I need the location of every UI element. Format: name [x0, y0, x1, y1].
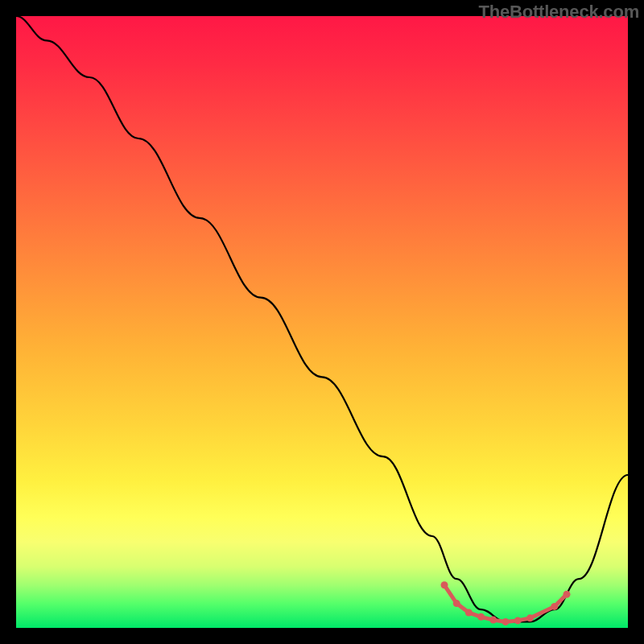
- optimal-marker-dot: [489, 617, 497, 624]
- optimal-range-markers: [441, 581, 571, 625]
- optimal-marker-dot: [514, 617, 522, 624]
- optimal-marker-dot: [564, 591, 571, 598]
- optimal-marker-dot: [551, 603, 558, 610]
- optimal-marker-dot: [465, 609, 473, 617]
- optimal-range-connector: [444, 585, 567, 622]
- bottleneck-curve: [16, 16, 628, 621]
- optimal-marker-dot: [477, 613, 485, 621]
- optimal-marker-dot: [453, 600, 460, 607]
- optimal-marker-dot: [526, 614, 534, 621]
- optimal-marker-dot: [502, 618, 510, 625]
- watermark-label: TheBottleneck.com: [478, 2, 639, 23]
- chart-container: TheBottleneck.com: [0, 0, 644, 644]
- plot-area: [16, 16, 628, 628]
- curve-overlay: [16, 16, 628, 628]
- optimal-marker-dot: [441, 581, 448, 588]
